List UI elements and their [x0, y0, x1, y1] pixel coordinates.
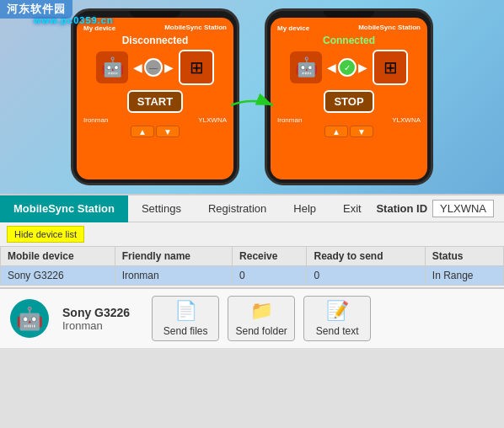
device-avatar: 🤖 — [10, 299, 49, 338]
arrow-left-icon-right: ◀ — [327, 61, 336, 74]
phone-bottom-labels-left: Ironman YLXWNA — [83, 116, 227, 124]
station-id-value: YLXWNA — [432, 200, 494, 217]
tab-mobilesync[interactable]: MobileSync Station — [0, 195, 128, 222]
cell-receive: 0 — [233, 266, 307, 286]
table-area: Hide device list Mobile device Friendly … — [0, 222, 504, 286]
station-id-area: Station ID YLXWNA — [376, 200, 504, 217]
watermark-site: 河东软件园 — [0, 0, 72, 19]
device-info: Sony G3226 Ironman — [62, 306, 130, 332]
bottom-panel: MobileSync Station Settings Registration… — [0, 194, 504, 348]
cell-status: In Range — [425, 266, 503, 286]
phone-keypad-right: ▲ ▼ — [324, 126, 373, 137]
col-ready-to-send: Ready to send — [307, 247, 425, 266]
phone-icons-row-right: 🤖 ◀ ✓ ▶ ⊞ — [277, 50, 421, 85]
send-files-label: Send files — [164, 325, 208, 337]
phone-left: My device MobileSync Station Disconnecte… — [71, 8, 239, 185]
key-up-right: ▲ — [324, 126, 348, 137]
hide-device-list-button[interactable]: Hide device list — [7, 226, 84, 243]
send-folder-button[interactable]: 📁 Send folder — [228, 296, 295, 341]
arrow-right-icon: ▶ — [164, 61, 174, 74]
arrow-area-right: ◀ ✓ ▶ — [327, 58, 367, 77]
send-text-button[interactable]: 📝 Send text — [303, 296, 371, 341]
menu-help[interactable]: Help — [280, 195, 330, 222]
disconnected-circle: — — [144, 58, 163, 77]
my-device-label-right: My device — [277, 24, 309, 32]
send-files-icon: 📄 — [174, 300, 197, 322]
col-friendly-name: Friendly name — [115, 247, 232, 266]
send-folder-label: Send folder — [235, 325, 287, 337]
col-mobile-device: Mobile device — [1, 247, 115, 266]
phone-keypad-left: ▲ ▼ — [131, 126, 180, 137]
menu-registration[interactable]: Registration — [195, 195, 280, 222]
phone-notch-left — [130, 11, 180, 18]
station-id-label: Station ID — [376, 202, 427, 215]
my-device-label-left: My device — [83, 24, 115, 32]
menu-bar: MobileSync Station Settings Registration… — [0, 195, 504, 222]
menu-exit[interactable]: Exit — [330, 195, 375, 222]
col-receive: Receive — [233, 247, 307, 266]
phone-top-labels-right: My device MobileSync Station — [277, 24, 421, 32]
arrow-area-left: ◀ — ▶ — [133, 58, 174, 77]
windows-icon-left: ⊞ — [179, 50, 214, 85]
status-right: Connected — [323, 35, 375, 46]
send-folder-icon: 📁 — [250, 300, 273, 322]
phone-icons-row-left: 🤖 ◀ — ▶ ⊞ — [83, 50, 227, 85]
phones-area: 河东软件园 www.pc0359.cn My device MobileSync… — [0, 0, 504, 194]
col-status: Status — [425, 247, 503, 266]
device-name-left: Ironman — [83, 116, 108, 124]
send-text-label: Send text — [316, 325, 359, 337]
windows-icon-right: ⊞ — [373, 50, 408, 85]
send-files-button[interactable]: 📄 Send files — [152, 296, 219, 341]
android-icon-right: 🤖 — [290, 51, 322, 83]
phone-notch-right — [324, 11, 374, 18]
device-table: Mobile device Friendly name Receive Read… — [0, 246, 504, 286]
status-left: Disconnected — [122, 35, 189, 46]
mobilesync-label-right: MobileSync Station — [358, 24, 421, 32]
phone-top-labels-left: My device MobileSync Station — [83, 24, 227, 32]
device-friendly-name: Ironman — [62, 319, 130, 332]
device-name-right: Ironman — [277, 116, 302, 124]
phone-screen-right: My device MobileSync Station Connected 🤖… — [271, 18, 427, 179]
arrow-right-icon-right: ▶ — [358, 61, 367, 74]
station-name-left: YLXWNA — [198, 116, 227, 124]
action-buttons: 📄 Send files 📁 Send folder 📝 Send text — [152, 296, 371, 341]
cell-ready-to-send: 0 — [307, 266, 425, 286]
send-text-icon: 📝 — [326, 300, 349, 322]
phone-screen-left: My device MobileSync Station Disconnecte… — [77, 18, 233, 179]
android-icon-left: 🤖 — [96, 51, 128, 83]
cell-friendly-name: Ironman — [115, 266, 232, 286]
mobilesync-label-left: MobileSync Station — [164, 24, 227, 32]
table-header-row: Mobile device Friendly name Receive Read… — [1, 247, 504, 266]
key-down-right: ▼ — [350, 126, 373, 137]
device-bottom-panel: 🤖 Sony G3226 Ironman 📄 Send files 📁 Send… — [0, 287, 504, 348]
arrow-left-icon: ◀ — [133, 61, 142, 74]
station-name-right: YLXWNA — [392, 116, 421, 124]
stop-button[interactable]: STOP — [324, 90, 373, 113]
key-down-left: ▼ — [156, 126, 180, 137]
start-button[interactable]: START — [127, 90, 183, 113]
cell-mobile-device: Sony G3226 — [1, 266, 115, 286]
table-row[interactable]: Sony G3226 Ironman 0 0 In Range — [1, 266, 504, 286]
device-model: Sony G3226 — [62, 306, 130, 319]
connected-circle: ✓ — [338, 58, 357, 77]
menu-settings[interactable]: Settings — [128, 195, 195, 222]
phone-right: My device MobileSync Station Connected 🤖… — [265, 8, 433, 185]
key-up-left: ▲ — [131, 126, 154, 137]
phone-bottom-labels-right: Ironman YLXWNA — [277, 116, 421, 124]
